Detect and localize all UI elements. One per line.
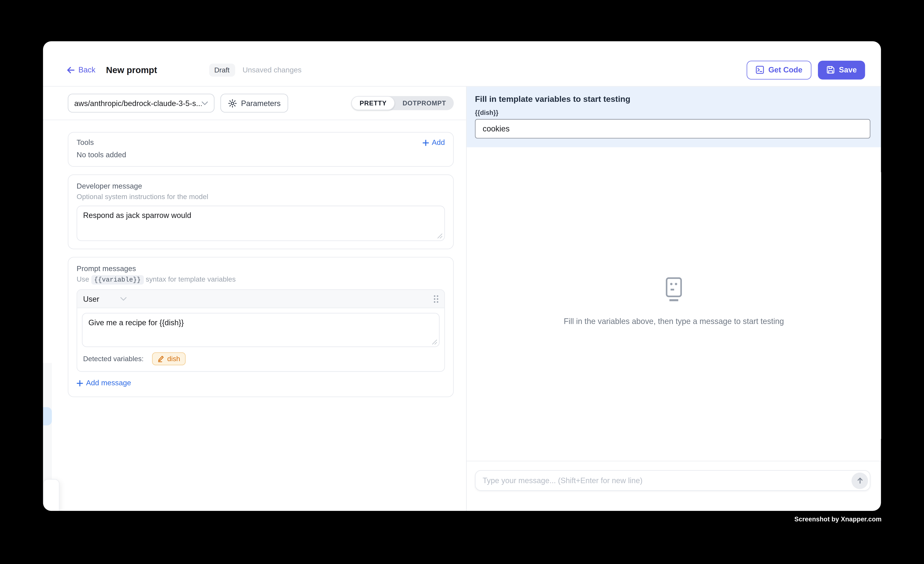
message-textarea[interactable]: Give me a recipe for {{dish}} [82,313,440,347]
role-selector-value: User [83,294,99,303]
add-message-label: Add message [86,379,131,387]
arrow-left-icon [67,66,75,74]
add-message-button[interactable]: Add message [76,379,131,387]
back-label: Back [78,65,95,74]
add-tool-label: Add [432,138,445,147]
detected-variables-label: Detected variables: [83,355,144,363]
status-badge: Draft [209,63,235,76]
sidebar-peek-card [43,479,60,511]
plus-icon [422,140,429,146]
chevron-down-icon [120,297,127,301]
unsaved-changes-label: Unsaved changes [243,66,302,74]
chat-message-input[interactable] [475,470,870,491]
toggle-dotprompt[interactable]: DOTPROMPT [395,96,454,110]
model-selector[interactable]: aws/anthropic/bedrock-claude-3-5-s... [68,94,214,112]
prompt-editor-panel: aws/anthropic/bedrock-claude-3-5-s... [43,87,467,511]
variable-badge[interactable]: dish [152,352,185,365]
back-button[interactable]: Back [67,65,95,74]
chat-footer [466,461,881,511]
save-label: Save [839,65,857,74]
empty-state-text: Fill in the variables above, then type a… [564,316,784,326]
prompt-messages-card: Prompt messages Use {{variable}} syntax … [68,257,454,397]
developer-message-subtitle: Optional system instructions for the mod… [76,193,445,201]
detected-variables-row: Detected variables: dis [83,352,438,365]
page: Back New prompt Draft Unsaved changes Ge… [0,0,924,564]
prompt-messages-title: Prompt messages [76,265,445,273]
robot-face-icon [664,276,683,302]
pencil-icon [157,355,164,362]
grip-dots-icon[interactable] [433,294,438,303]
empty-state: Fill in the variables above, then type a… [564,276,784,326]
sidebar-peek-item[interactable] [43,407,52,425]
floppy-disk-icon [826,65,835,74]
toggle-pretty[interactable]: PRETTY [351,96,395,110]
message-header: User [77,290,444,308]
template-variables-section: Fill in template variables to start test… [466,87,881,147]
save-button[interactable]: Save [818,60,865,80]
hint-suffix: syntax for template variables [146,275,236,283]
message-body: Give me a recipe for {{dish}} Detected v… [77,308,444,371]
get-code-button[interactable]: Get Code [747,60,811,80]
prompt-messages-hint: Use {{variable}} syntax for template var… [76,275,445,283]
model-selector-value: aws/anthropic/bedrock-claude-3-5-s... [74,99,202,108]
chevron-down-icon [202,101,208,105]
editor-toolbar: aws/anthropic/bedrock-claude-3-5-s... [43,87,466,120]
arrow-up-icon [856,477,864,484]
tools-card: Tools Add No tools added [68,132,454,167]
get-code-label: Get Code [768,65,802,74]
app-window: Back New prompt Draft Unsaved changes Ge… [43,41,881,511]
variable-badge-label: dish [167,355,180,363]
hint-prefix: Use [76,275,89,283]
chat-area: Fill in the variables above, then type a… [466,147,881,461]
send-button[interactable] [852,472,868,489]
tools-empty-text: No tools added [76,151,445,159]
main-split: aws/anthropic/bedrock-claude-3-5-s... [43,87,881,511]
message-block: User [76,290,445,372]
terminal-icon [755,65,764,74]
developer-message-title: Developer message [76,182,445,190]
add-tool-button[interactable]: Add [422,138,445,147]
variable-syntax-chip: {{variable}} [91,275,144,285]
developer-message-card: Developer message Optional system instru… [68,174,454,249]
role-selector[interactable]: User [83,294,127,303]
gear-icon [228,99,237,108]
parameters-label: Parameters [241,99,281,108]
variable-value-input[interactable] [475,119,870,139]
variables-heading: Fill in template variables to start test… [475,94,870,104]
developer-message-textarea[interactable]: Respond as jack sparrow would [76,206,445,241]
parameters-button[interactable]: Parameters [220,94,288,112]
tools-title: Tools [76,138,94,147]
test-panel: Fill in template variables to start test… [466,87,881,511]
app-header: Back New prompt Draft Unsaved changes Ge… [43,41,881,87]
editor-content: Tools Add No tools added [43,120,466,397]
variable-name-label: {{dish}} [475,109,870,116]
plus-icon [76,380,83,386]
watermark-text: Screenshot by Xnapper.com [794,516,882,523]
view-mode-toggle: PRETTY DOTPROMPT [351,96,454,110]
page-title: New prompt [106,65,157,75]
